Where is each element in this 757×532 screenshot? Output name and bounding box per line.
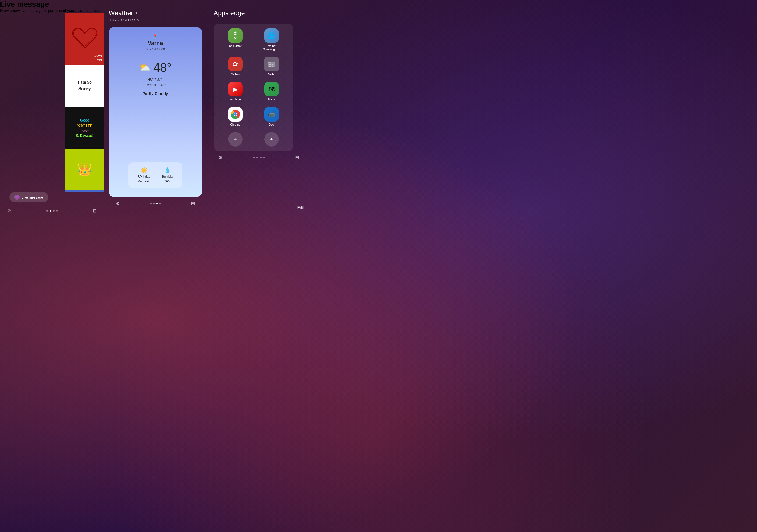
weather-chevron[interactable]: > <box>135 10 137 16</box>
apps-row-2: ✿ Gallery Fol <box>217 57 289 76</box>
weather-condition-text: Partly Cloudy <box>142 92 168 96</box>
weather-date: Mar 14 17:06 <box>146 47 165 51</box>
weather-updated: Updated 3/14 11:56 ↻ <box>108 19 202 22</box>
weather-stats: ☀️ UV Index Moderate 💧 Humidity 49% <box>128 162 182 188</box>
internet-label: InternetSamsung N... <box>263 44 280 51</box>
app-duo[interactable]: 📹 Duo <box>261 107 282 126</box>
app-internet[interactable]: 🌐 InternetSamsung N... <box>261 28 282 51</box>
svg-rect-1 <box>268 62 271 63</box>
chrome-icon <box>228 107 243 122</box>
city-name: Varna <box>148 40 163 46</box>
folder-icon <box>264 57 279 71</box>
weather-dot-3 <box>156 203 158 204</box>
crown-emoji: 👑 <box>77 162 92 177</box>
svg-rect-2 <box>269 64 271 65</box>
calculator-icon: ±× <box>228 28 243 43</box>
apps-row-4: Chrome 📹 Duo <box>217 107 289 126</box>
apps-settings-icon[interactable]: ⚙ <box>218 155 223 160</box>
dot-1 <box>46 210 48 211</box>
maps-icon: 🗺 <box>264 82 279 97</box>
weather-grid-icon[interactable]: ⊞ <box>191 201 195 206</box>
internet-icon: 🌐 <box>264 28 279 43</box>
apps-dot-2 <box>257 156 258 158</box>
youtube-icon: ▶ <box>228 82 243 97</box>
add-app-button-2[interactable]: + <box>264 132 279 147</box>
edit-button[interactable]: Edit <box>297 206 304 210</box>
live-message-heart-icon: 💜 <box>15 195 19 200</box>
sorry-text: I am So Sorry <box>76 77 94 95</box>
weather-title: Weather > <box>108 9 202 17</box>
love-you-text: LOVeyou <box>94 54 102 62</box>
add-buttons-row: + + <box>217 132 289 147</box>
list-item[interactable]: I am So Sorry <box>65 65 104 107</box>
uv-icon: ☀️ <box>140 167 148 174</box>
live-message-button[interactable]: 💜 Live message <box>9 192 48 202</box>
page-dots <box>46 210 58 211</box>
temp-range: 48° / 37° <box>148 77 163 81</box>
gallery-icon: ✿ <box>228 57 243 71</box>
apps-bottom-bar: ⚙ ⊞ <box>211 151 306 164</box>
app-calculator[interactable]: ±× Calculator <box>225 28 246 51</box>
heart-card-svg <box>71 26 99 52</box>
duo-icon: 📹 <box>264 107 279 122</box>
app-gallery[interactable]: ✿ Gallery <box>225 57 246 76</box>
message-cards-list: LOVeyou I am So Sorry Good NIGHT Sweet &… <box>65 13 104 192</box>
app-maps[interactable]: 🗺 Maps <box>261 82 282 101</box>
temperature-row: ⛅ 48° <box>139 60 172 74</box>
humidity-icon: 💧 <box>164 167 171 174</box>
svg-rect-3 <box>272 64 273 65</box>
humidity-label: Humidity <box>162 175 173 178</box>
weather-dot-1 <box>150 203 152 204</box>
refresh-icon[interactable]: ↻ <box>136 19 139 22</box>
gallery-label: Gallery <box>231 73 240 76</box>
app-youtube[interactable]: ▶ YouTube <box>225 82 246 101</box>
apps-edge-panel: Apps edge ±× Calculator 🌐 InternetSamsun… <box>207 0 309 217</box>
night-text: Good NIGHT Sweet & Dreams! <box>76 118 94 138</box>
temperature: 48° <box>153 60 172 74</box>
list-item[interactable]: LOVeyou <box>65 13 104 65</box>
chrome-svg <box>230 109 240 119</box>
weather-bottom-bar: ⚙ ⊞ <box>108 197 202 210</box>
apps-row-3: ▶ YouTube 🗺 Maps <box>217 82 289 101</box>
live-message-bottom-bar: ⚙ ⊞ <box>0 204 104 217</box>
uv-label: UV Index <box>138 175 150 178</box>
list-item[interactable]: BrAvo! <box>65 190 104 192</box>
apps-grid-icon[interactable]: ⊞ <box>295 155 299 160</box>
humidity-value: 49% <box>165 180 170 183</box>
weather-dot-4 <box>160 203 161 204</box>
folder-label: Folder <box>267 73 275 76</box>
humidity-stat: 💧 Humidity 49% <box>162 167 173 183</box>
svg-rect-5 <box>272 66 273 67</box>
uv-value: Moderate <box>137 180 150 183</box>
uv-index-stat: ☀️ UV Index Moderate <box>137 167 150 183</box>
weather-condition-icon: ⛅ <box>139 62 151 73</box>
chrome-label: Chrome <box>230 123 240 126</box>
add-app-button-1[interactable]: + <box>228 132 243 147</box>
feels-like: Feels like 43° <box>145 83 166 87</box>
youtube-label: YouTube <box>230 98 241 101</box>
dot-2 <box>49 210 51 211</box>
list-item[interactable]: 👑 <box>65 149 104 190</box>
svg-rect-4 <box>269 66 271 67</box>
edit-section: Edit <box>297 206 304 210</box>
maps-label: Maps <box>268 98 275 101</box>
folder-svg <box>267 60 276 69</box>
weather-header: Weather > Updated 3/14 11:56 ↻ <box>108 9 202 22</box>
svg-point-9 <box>234 113 236 116</box>
settings-icon[interactable]: ⚙ <box>7 208 11 213</box>
weather-panel: Weather > Updated 3/14 11:56 ↻ 📍 Varna M… <box>104 0 207 217</box>
list-item[interactable]: Good NIGHT Sweet & Dreams! <box>65 107 104 149</box>
calculator-label: Calculator <box>229 44 241 47</box>
app-chrome[interactable]: Chrome <box>225 107 246 126</box>
weather-settings-icon[interactable]: ⚙ <box>116 201 120 206</box>
apps-row-1: ±× Calculator 🌐 InternetSamsung N... <box>217 28 289 51</box>
grid-icon[interactable]: ⊞ <box>93 208 97 213</box>
apps-dot-4 <box>263 156 265 158</box>
app-folder[interactable]: Folder <box>261 57 282 76</box>
apps-dot-3 <box>260 156 261 158</box>
live-message-description: Draw a new live message or pick one of y… <box>0 9 104 13</box>
weather-page-dots <box>150 203 161 204</box>
duo-label: Duo <box>269 123 274 126</box>
apps-edge-title: Apps edge <box>211 9 306 17</box>
live-message-panel: Live message Draw a new live message or … <box>0 0 104 217</box>
